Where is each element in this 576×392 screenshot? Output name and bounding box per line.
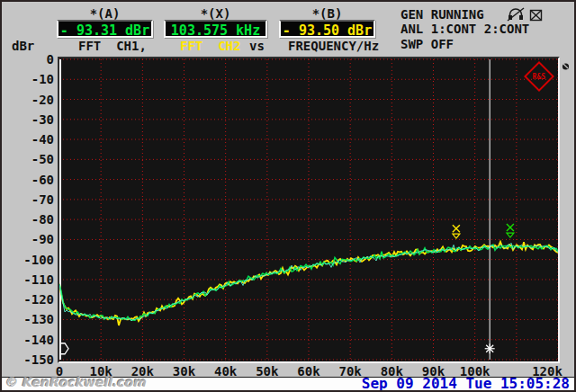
y-tick-label: -110 [2, 272, 54, 287]
y-tick-label: -20 [2, 93, 54, 107]
func-label-x: *(X) [164, 6, 267, 21]
readout-b-box[interactable]: - 93.50 dBr [279, 20, 375, 38]
y-tick-label: -40 [2, 132, 54, 147]
headphones-muted-icon [507, 7, 525, 25]
trace2-label: FFT CH2 [180, 39, 240, 53]
x-axis-title: FREQUENCY/Hz [288, 39, 379, 53]
readout-x-value: 103.575 kHz [171, 22, 260, 39]
y-unit-label: dBr [12, 39, 34, 53]
speaker-muted-icon [529, 8, 543, 25]
y-tick-label: -70 [2, 192, 54, 207]
pointer-dot-icon [562, 58, 570, 75]
readout-a-value: - 93.31 dBr [60, 22, 149, 39]
func-label-b: *(B) [279, 6, 375, 21]
status-generator: GEN RUNNING [400, 7, 484, 22]
datetime-display: Sep 09 2014 Tue 15:05:28 [362, 375, 570, 392]
y-tick-label: -30 [2, 112, 54, 127]
y-tick-label: 0 [2, 52, 54, 67]
y-tick-label: -50 [2, 152, 54, 166]
y-tick-label: -150 [2, 352, 54, 367]
readout-a-box[interactable]: - 93.31 dBr [57, 20, 153, 38]
readout-b-value: - 93.50 dBr [283, 22, 372, 39]
readout-x-box[interactable]: 103.575 kHz [164, 20, 267, 38]
spectrum-plot[interactable]: R&S [58, 57, 560, 363]
y-tick-label: -80 [2, 212, 54, 227]
y-tick-label: -130 [2, 312, 54, 326]
y-tick-label: -120 [2, 292, 54, 307]
analyzer-screen: *(A) *(X) *(B) - 93.31 dBr 103.575 kHz -… [0, 0, 576, 392]
trace1-label: FFT CH1, [78, 39, 147, 53]
vs-label: vs [249, 39, 265, 53]
watermark: © KenRockwell.com [4, 375, 146, 389]
y-tick-label: -60 [2, 173, 54, 187]
footer-strip: © KenRockwell.com Sep 09 2014 Tue 15:05:… [2, 377, 574, 390]
y-tick-label: -140 [2, 333, 54, 347]
spectrum-plot-canvas [59, 58, 558, 361]
y-tick-label: -100 [2, 253, 54, 267]
status-sweep: SWP OFF [400, 37, 454, 51]
func-label-a: *(A) [57, 6, 153, 21]
y-tick-label: -90 [2, 232, 54, 246]
y-tick-label: -10 [2, 72, 54, 86]
